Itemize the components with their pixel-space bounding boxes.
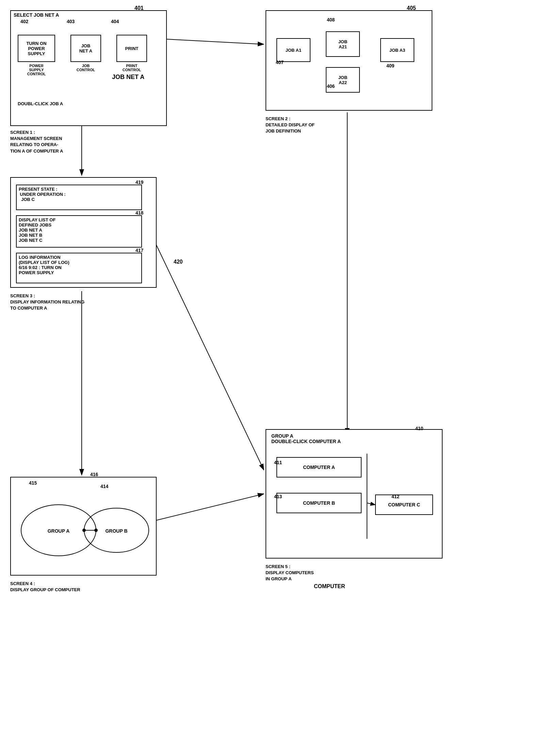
ref-419: 419 bbox=[135, 179, 143, 185]
ref-407: 407 bbox=[276, 60, 284, 65]
info-box-log: LOG INFORMATION (DISPLAY LIST OF LOG) 6/… bbox=[16, 253, 142, 283]
jobnet-a-label: JOB NET A bbox=[112, 74, 144, 81]
screen1: SELECT JOB NET A TURN ONPOWERSUPPLY POWE… bbox=[10, 10, 167, 126]
screen4: GROUP A GROUP B bbox=[10, 477, 157, 576]
ref-405: 405 bbox=[407, 5, 416, 11]
svg-line-21 bbox=[367, 503, 375, 505]
screen1-doubl-click: DOUBL-CLICK JOB A bbox=[18, 101, 63, 106]
screen2-label: SCREEN 2 : DETAILED DISPLAY OF JOB DEFIN… bbox=[266, 116, 315, 135]
svg-line-12 bbox=[153, 494, 264, 521]
svg-point-20 bbox=[82, 529, 86, 532]
diagram-container: SELECT JOB NET A TURN ONPOWERSUPPLY POWE… bbox=[0, 0, 560, 753]
ref-416: 416 bbox=[90, 472, 98, 477]
ref-414: 414 bbox=[100, 484, 108, 489]
screen3-label: SCREEN 3 : DISPLAY INFORMATION RELATING … bbox=[10, 293, 84, 312]
ref-411: 411 bbox=[274, 460, 282, 465]
svg-text:GROUP A: GROUP A bbox=[48, 528, 70, 534]
screen4-svg: GROUP A GROUP B bbox=[11, 477, 157, 576]
ref-412: 412 bbox=[391, 494, 399, 499]
ref-401: 401 bbox=[134, 5, 144, 11]
screen4-label: SCREEN 4 : DISPLAY GROUP OF COMPUTER bbox=[10, 581, 80, 593]
info-box-present-state: PRESENT STATE : UNDER OPERATION : JOB C bbox=[16, 185, 142, 210]
computer-b-box[interactable]: COMPUTER B bbox=[276, 493, 362, 513]
svg-line-11 bbox=[153, 238, 264, 470]
job-box-404[interactable]: PRINT bbox=[116, 35, 147, 62]
computer-label: COMPUTER bbox=[314, 583, 345, 590]
screen5-label: SCREEN 5 : DISPLAY COMPUTERS IN GROUP A bbox=[266, 564, 314, 582]
svg-line-4 bbox=[167, 39, 264, 44]
ref-402: 402 bbox=[20, 19, 28, 24]
label-job-control: JOBCONTROL bbox=[70, 64, 101, 72]
job-box-a1[interactable]: JOB A1 bbox=[276, 38, 310, 62]
job-box-a3[interactable]: JOB A3 bbox=[380, 38, 414, 62]
ref-420: 420 bbox=[174, 259, 183, 265]
ref-415: 415 bbox=[29, 480, 37, 486]
ref-417: 417 bbox=[135, 248, 143, 253]
job-box-402[interactable]: TURN ONPOWERSUPPLY bbox=[18, 35, 55, 62]
svg-text:GROUP B: GROUP B bbox=[105, 528, 127, 534]
screen5-separator bbox=[367, 454, 367, 539]
screen1-label: SCREEN 1 : MANAGEMENT SCREEN RELATING TO… bbox=[10, 129, 63, 154]
job-box-403[interactable]: JOBNET A bbox=[70, 35, 101, 62]
ref-408: 408 bbox=[327, 17, 335, 22]
label-power-supply-control: POWERSUPPLYCONTROL bbox=[18, 64, 55, 76]
label-print-control: PRINTCONTROL bbox=[116, 64, 147, 72]
svg-point-19 bbox=[94, 529, 98, 532]
screen5: GROUP A DOUBLE-CLICK COMPUTER A COMPUTER… bbox=[266, 429, 443, 559]
ref-410: 410 bbox=[415, 426, 423, 431]
ref-403: 403 bbox=[67, 19, 75, 24]
ref-409: 409 bbox=[386, 63, 394, 68]
ref-404: 404 bbox=[111, 19, 119, 24]
screen1-title: SELECT JOB NET A bbox=[11, 11, 166, 19]
ref-406: 406 bbox=[327, 83, 335, 89]
job-box-a21[interactable]: JOBA21 bbox=[326, 31, 360, 57]
screen5-title: GROUP A DOUBLE-CLICK COMPUTER A bbox=[271, 433, 341, 444]
computer-a-box[interactable]: COMPUTER A bbox=[276, 457, 362, 477]
info-box-defined-jobs: DISPLAY LIST OF DEFINED JOBS JOB NET A J… bbox=[16, 215, 142, 248]
ref-413: 413 bbox=[274, 494, 282, 499]
screen3: PRESENT STATE : UNDER OPERATION : JOB C … bbox=[10, 177, 157, 288]
ref-418: 418 bbox=[135, 210, 143, 216]
screen2: JOB A1 JOBA21 JOBA22 JOB A3 bbox=[266, 10, 432, 111]
computer-c-box[interactable]: COMPUTER C bbox=[375, 495, 433, 515]
